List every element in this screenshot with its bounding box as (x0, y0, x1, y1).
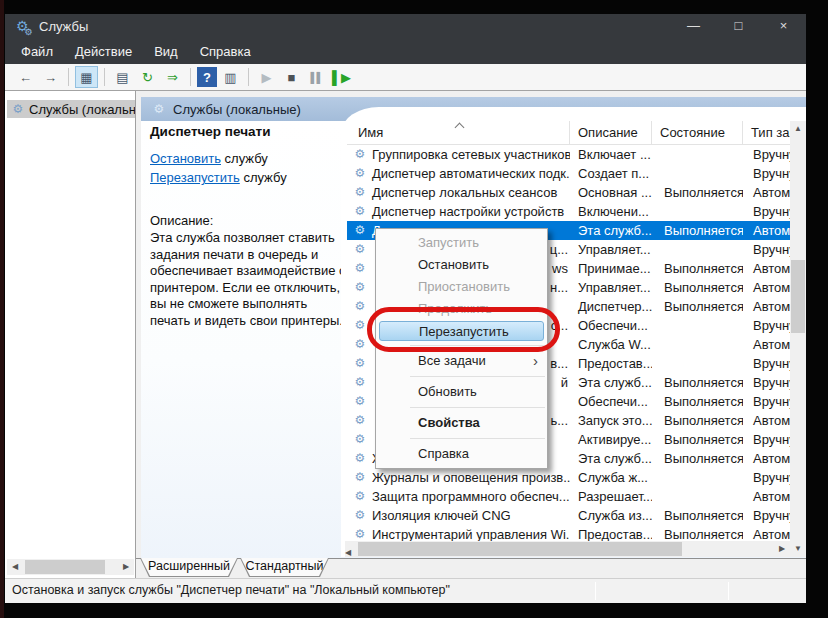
table-row[interactable]: ⚙Группировка сетевых участниковВключает … (347, 145, 790, 164)
toolbar-separator (190, 68, 191, 86)
stop-service-icon[interactable]: ■ (280, 66, 303, 88)
scroll-left-icon[interactable]: ◀ (345, 548, 351, 557)
restart-service-link[interactable]: Перезапустить (150, 170, 240, 185)
column-header-status[interactable]: Состояние (652, 121, 743, 144)
scrollbar-thumb[interactable] (25, 560, 105, 574)
service-description-cell: Эта служб... (570, 221, 652, 240)
service-name: н... (550, 278, 568, 297)
tree-horizontal-scrollbar[interactable]: ◀ ▶ (7, 559, 134, 575)
table-row[interactable]: ⚙Диспетчер локальных сеансовОсновная ...… (347, 183, 790, 202)
service-name: Группировка сетевых участников (372, 145, 570, 164)
tree-item-services-local[interactable]: ⚙ Службы (локальные) (7, 100, 135, 118)
service-status-cell: Выполняется (652, 392, 743, 411)
service-gear-icon: ⚙ (353, 202, 367, 221)
scroll-up-icon[interactable]: ▲ (790, 121, 806, 137)
screenshot-border (0, 0, 4, 618)
menu-action[interactable]: Действие (64, 40, 143, 64)
scroll-right-icon[interactable]: ▶ (774, 541, 790, 557)
back-icon[interactable]: ← (14, 66, 37, 88)
service-description-cell: Создает п... (570, 164, 652, 183)
service-description-cell: Служба W... (570, 335, 652, 354)
show-console-tree-icon[interactable]: ▦ (75, 66, 98, 88)
service-startup-type-cell: Вручную (743, 430, 790, 449)
service-status-cell (652, 145, 743, 164)
properties-icon[interactable]: ▤ (111, 66, 134, 88)
scrollbar-thumb[interactable] (358, 542, 682, 556)
service-name: Диспетчер автоматических подк... (372, 164, 570, 183)
restart-service-icon[interactable]: ▌▶ (330, 66, 353, 88)
service-description-cell: Обеспечи... (570, 316, 652, 335)
toolbar-separator (248, 68, 249, 86)
table-row[interactable]: ⚙Изоляция ключей CNGСлужба из...Выполняе… (347, 506, 790, 525)
menu-help[interactable]: Справка (189, 40, 262, 64)
show-action-pane-icon[interactable]: ▥ (219, 66, 242, 88)
service-gear-icon: ⚙ (353, 468, 367, 487)
pause-service-icon[interactable]: ▌▌ (305, 66, 328, 88)
maximize-button[interactable]: □ (716, 14, 761, 40)
scroll-right-icon[interactable]: ▶ (118, 559, 134, 575)
service-name: й (561, 373, 568, 392)
service-name-cell: ⚙Диспетчер автоматических подк... (347, 164, 570, 183)
table-row[interactable]: ⚙Защита программного обеспеч...Разрешает… (347, 487, 790, 506)
service-description-cell: Служба из... (570, 506, 652, 525)
service-description-cell: Включает ... (570, 145, 652, 164)
service-links: Остановить службу Перезапустить службу (150, 149, 287, 187)
service-startup-type-cell: Автомати (743, 335, 790, 354)
service-name-cell: ⚙Защита программного обеспеч... (347, 487, 570, 506)
service-gear-icon: ⚙ (353, 297, 367, 316)
service-name: Диспетчер настройки устройств (372, 202, 564, 221)
column-header-startup-type[interactable]: Тип запус (743, 121, 790, 144)
menu-separator (410, 438, 545, 439)
context-menu-item-остановить[interactable]: Остановить (376, 254, 547, 276)
column-header-description[interactable]: Описание (570, 121, 652, 144)
table-row[interactable]: ⚙Журналы и оповещения произв...Служба ж.… (347, 468, 790, 487)
table-row[interactable]: ⚙Диспетчер автоматических подк...Создает… (347, 164, 790, 183)
context-menu-item-свойства[interactable]: Свойства (376, 412, 547, 434)
tab-extended[interactable]: Расширенный (140, 558, 238, 577)
menu-file[interactable]: Файл (10, 40, 64, 64)
refresh-icon[interactable]: ↻ (136, 66, 159, 88)
service-status-cell: Выполняется (652, 506, 743, 525)
export-list-icon[interactable]: ⇒ (161, 66, 184, 88)
service-description-cell: Эта служб... (570, 449, 652, 468)
vertical-scrollbar[interactable]: ▲ ▼ (790, 121, 806, 557)
service-gear-icon: ⚙ (353, 240, 367, 259)
service-name: Защита программного обеспеч... (372, 487, 570, 506)
scroll-left-icon[interactable]: ◀ (7, 559, 23, 575)
stop-service-link[interactable]: Остановить (150, 151, 221, 166)
service-name: Диспетчер локальных сеансов (372, 183, 557, 202)
minimize-button[interactable]: — (671, 14, 716, 40)
menu-separator (410, 376, 545, 377)
service-startup-type-cell: Автомати (743, 259, 790, 278)
service-name-cell: ⚙Группировка сетевых участников (347, 145, 570, 164)
service-name: Изоляция ключей CNG (372, 506, 511, 525)
context-menu-item-обновить[interactable]: Обновить (376, 381, 547, 403)
service-status-cell (652, 354, 743, 373)
service-gear-icon: ⚙ (353, 449, 367, 468)
service-startup-type-cell: Автомати (743, 297, 790, 316)
service-startup-type-cell: Вручную (743, 202, 790, 221)
tab-standard[interactable]: Стандартный (240, 558, 329, 577)
table-row[interactable]: ⚙Диспетчер настройки устройствВключени..… (347, 202, 790, 221)
service-startup-type-cell: Автомати (743, 411, 790, 430)
service-status-cell: Выполняется (652, 449, 743, 468)
help-icon[interactable]: ? (197, 67, 217, 87)
forward-icon[interactable]: → (39, 66, 62, 88)
service-description-cell: Включени... (570, 202, 652, 221)
context-menu-item-все задачи[interactable]: Все задачи› (376, 350, 547, 372)
close-button[interactable]: × (761, 14, 806, 40)
gear-icon: ⚙ (11, 102, 25, 116)
context-menu-item-справка[interactable]: Справка (376, 443, 547, 465)
service-name-cell: ⚙Изоляция ключей CNG (347, 506, 570, 525)
menu-view[interactable]: Вид (143, 40, 189, 64)
start-service-icon[interactable]: ▶ (255, 66, 278, 88)
scrollbar-thumb[interactable] (791, 260, 805, 333)
service-startup-type-cell: Вручную (743, 240, 790, 259)
service-startup-type-cell: Вручную (743, 164, 790, 183)
service-startup-type-cell: Автомати (743, 221, 790, 240)
horizontal-scrollbar[interactable]: ◀ ▶ (345, 541, 790, 557)
service-status-cell (652, 468, 743, 487)
scroll-down-icon[interactable]: ▼ (790, 541, 806, 557)
service-status-cell: Выполняется (652, 430, 743, 449)
table-header: Имя Описание Состояние Тип запус (347, 121, 790, 145)
